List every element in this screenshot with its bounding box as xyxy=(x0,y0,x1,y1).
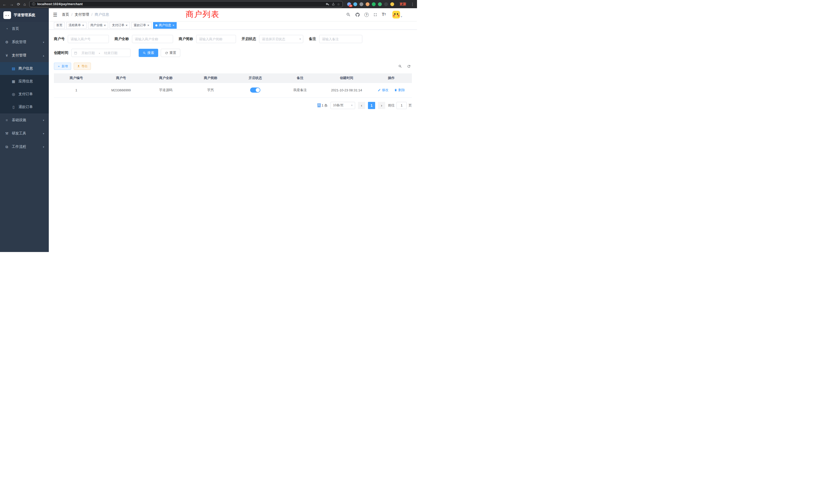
grid-icon: ▦ xyxy=(11,79,16,84)
extension-icon[interactable]: 10 xyxy=(347,2,351,6)
close-icon[interactable]: × xyxy=(104,24,106,27)
search-button[interactable]: 搜索 xyxy=(139,49,158,57)
sidebar-item-pay-order[interactable]: ◎ 支付订单 xyxy=(0,88,49,100)
extension-icon[interactable] xyxy=(366,2,370,6)
forward-icon[interactable]: → xyxy=(10,2,14,6)
delete-button[interactable]: 删除 xyxy=(394,88,405,92)
full-name-input[interactable] xyxy=(132,35,173,43)
sidebar-item-infrastructure[interactable]: ⌗ 基础设施 ▾ xyxy=(0,113,49,127)
col-header-merchant-no: 商户号 xyxy=(98,73,143,83)
extension-icon[interactable] xyxy=(378,2,382,6)
search-icon[interactable] xyxy=(346,12,351,17)
credit-card-icon: ▤ xyxy=(11,66,16,71)
chevron-down-icon: ▾ xyxy=(43,119,44,122)
tab-pay-order[interactable]: 支付订单 × xyxy=(110,22,130,29)
fullscreen-icon[interactable] xyxy=(373,13,377,17)
yen-icon: ¥ xyxy=(5,53,9,58)
tab-label: 退款订单 xyxy=(134,23,146,27)
short-name-input[interactable] xyxy=(196,35,236,43)
sidebar-item-refund-order[interactable]: ▯ 退款订单 xyxy=(0,100,49,113)
close-icon[interactable]: × xyxy=(82,24,84,27)
app-logo[interactable]: 芋道管理系统 xyxy=(0,8,49,22)
add-button[interactable]: ＋ 新增 xyxy=(54,63,71,70)
workflow-icon: ⧉ xyxy=(5,145,9,149)
table-row: 1 M233666999 芋道源码 芋艿 我是备注 2021-10-23 08:… xyxy=(54,83,412,97)
total-count-rest: 1 条 xyxy=(321,104,328,107)
full-name-label: 商户全称 xyxy=(114,37,129,41)
refresh-table-icon[interactable] xyxy=(407,64,411,68)
tags-view: 首页 流程表单 × 用户分组 × 支付订单 × 退款订单 × 商户信息 × xyxy=(49,21,417,30)
show-search-icon[interactable] xyxy=(398,64,402,68)
sidebar-item-label: 系统管理 xyxy=(12,40,26,44)
sidebar-item-label: 支付订单 xyxy=(19,92,33,96)
tab-merchant-info[interactable]: 商户信息 × xyxy=(153,22,177,29)
reset-button[interactable]: 重置 xyxy=(161,49,180,57)
extension-icon[interactable] xyxy=(359,2,363,6)
extension-icon[interactable] xyxy=(384,2,388,6)
address-bar[interactable]: ⓘ localhost:1024/pay/merchant ☆ xyxy=(29,1,343,7)
goto-page-input[interactable] xyxy=(396,102,407,109)
sidebar-item-home[interactable]: ◔ 首页 xyxy=(0,22,49,36)
breadcrumb-item[interactable]: 首页 xyxy=(62,12,69,17)
sidebar-item-label: 研发工具 xyxy=(12,131,26,136)
back-icon[interactable]: ← xyxy=(3,2,6,6)
sidebar-item-system[interactable]: ⚙ 系统管理 ▾ xyxy=(0,36,49,49)
reload-icon[interactable]: ⟳ xyxy=(17,2,20,6)
prev-page-button[interactable]: ‹ xyxy=(358,102,365,109)
password-key-icon[interactable] xyxy=(326,2,329,6)
site-info-icon[interactable]: ⓘ xyxy=(32,2,36,6)
remark-input[interactable] xyxy=(319,35,362,43)
app-title: 芋道管理系统 xyxy=(14,13,35,18)
status-select[interactable] xyxy=(259,35,303,43)
close-icon[interactable]: × xyxy=(147,24,150,27)
tab-user-group[interactable]: 用户分组 × xyxy=(88,22,108,29)
browser-update-button[interactable]: 更新 xyxy=(399,2,406,6)
breadcrumb-separator: / xyxy=(91,13,92,17)
calendar-icon xyxy=(74,51,77,55)
table-header-row: 商户编号 商户号 商户全称 商户简称 开启状态 备注 创建时间 操作 xyxy=(54,73,412,83)
browser-menu-icon[interactable]: ⋮ xyxy=(411,2,414,6)
date-range-picker[interactable]: - xyxy=(71,49,130,57)
github-icon[interactable] xyxy=(355,12,360,17)
tools-icon: ⚒ xyxy=(5,131,9,136)
share-icon[interactable] xyxy=(331,2,335,6)
sidebar-item-dev-tools[interactable]: ⚒ 研发工具 ▾ xyxy=(0,127,49,140)
sidebar-item-label: 首页 xyxy=(12,26,19,31)
close-icon[interactable]: × xyxy=(126,24,128,27)
browser-home-icon[interactable]: ⌂ xyxy=(24,2,26,6)
merchant-no-input[interactable] xyxy=(68,35,109,43)
tab-home[interactable]: 首页 xyxy=(54,22,65,29)
page-content: 商户号 商户全称 商户简称 开启状态 ▾ xyxy=(49,30,417,252)
bookmark-star-icon[interactable]: ☆ xyxy=(337,2,340,6)
extension-icon[interactable] xyxy=(353,2,357,6)
tab-refund-order[interactable]: 退款订单 × xyxy=(131,22,152,29)
logo-avatar xyxy=(3,11,11,19)
end-date-input[interactable] xyxy=(101,51,120,55)
help-icon[interactable]: ? xyxy=(364,13,369,17)
page-size-select[interactable]: 10条/页 ▾ xyxy=(330,102,355,109)
extension-icon[interactable] xyxy=(390,2,394,6)
sidebar-item-app-info[interactable]: ▦ 应用信息 xyxy=(0,75,49,88)
pagination: 共 1 条 10条/页 ▾ ‹ 1 › 前往 页 xyxy=(54,102,412,109)
close-icon[interactable]: × xyxy=(172,24,174,27)
annotation-overlay: 商户列表 xyxy=(185,9,220,20)
edit-button[interactable]: 修改 xyxy=(378,88,389,92)
extension-icon[interactable] xyxy=(372,2,376,6)
current-page-button[interactable]: 1 xyxy=(368,102,375,109)
export-button[interactable]: 导出 xyxy=(74,63,91,70)
sidebar-item-merchant-info[interactable]: ▤ 商户信息 xyxy=(0,62,49,75)
cell-create-time: 2021-10-23 08:31:14 xyxy=(323,83,371,97)
start-date-input[interactable] xyxy=(78,51,98,55)
breadcrumb-item[interactable]: 支付管理 xyxy=(75,12,89,17)
sidebar-item-payment[interactable]: ¥ 支付管理 ▴ xyxy=(0,49,49,62)
user-menu[interactable]: ▾ xyxy=(392,11,402,19)
next-page-button[interactable]: › xyxy=(378,102,385,109)
status-toggle[interactable] xyxy=(250,88,260,93)
sidebar-item-workflow[interactable]: ⧉ 工作流程 ▾ xyxy=(0,140,49,154)
breadcrumb-separator: / xyxy=(71,13,72,17)
font-size-icon[interactable]: TT xyxy=(382,13,386,17)
payment-submenu: ▤ 商户信息 ▦ 应用信息 ◎ 支付订单 ▯ 退款订单 xyxy=(0,62,49,113)
total-count: 共 1 条 xyxy=(317,103,328,108)
sidebar-toggle-icon[interactable]: ☰ xyxy=(53,12,57,18)
tab-process-form[interactable]: 流程表单 × xyxy=(66,22,87,29)
